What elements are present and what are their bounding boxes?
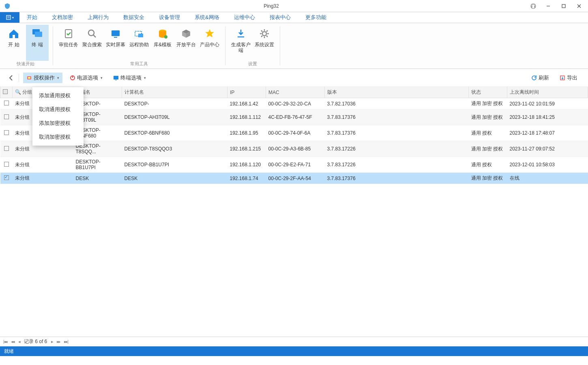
col-header-group-label: 分组 xyxy=(22,89,32,95)
cell-status: 通用 加密 授权 xyxy=(469,141,507,157)
terminal-opts-label: 终端选项 xyxy=(120,74,142,82)
pager-prev-page[interactable]: ◂◂ xyxy=(11,339,14,344)
ribbon-library-label: 库&模板 xyxy=(154,42,172,47)
file-icon xyxy=(6,15,11,20)
ribbon-remote-button[interactable]: 远程协助 xyxy=(128,25,150,61)
support-icon[interactable] xyxy=(530,2,537,10)
row-checkbox[interactable] xyxy=(4,162,9,167)
ribbon-open-platform-button[interactable]: 开放平台 xyxy=(175,25,197,61)
tab-device-mgmt[interactable]: 设备管理 xyxy=(152,12,187,23)
row-checkbox[interactable] xyxy=(4,175,9,180)
svg-rect-8 xyxy=(13,35,15,38)
tab-more[interactable]: 更多功能 xyxy=(298,12,334,23)
ribbon-product-center-button[interactable]: 产品中心 xyxy=(198,25,221,61)
row-checkbox[interactable] xyxy=(4,101,9,105)
tab-net-behavior[interactable]: 上网行为 xyxy=(80,12,116,23)
svg-line-27 xyxy=(266,36,268,37)
cell-ip: 192.168.1.74 xyxy=(227,173,266,184)
cell-mac: 00-0C-29-32-20-CA xyxy=(266,98,325,110)
cell-version: 3.7.83.17376 xyxy=(325,110,469,125)
window-title: Ping32 xyxy=(13,3,530,9)
ribbon-terminal-label: 终 端 xyxy=(32,42,43,47)
cell-mac: 4C-ED-FB-76-47-5F xyxy=(266,110,325,125)
auth-ops-label: 授权操作 xyxy=(34,74,55,82)
table-row[interactable]: 未分组DESKTOP-DESKTOP-192.168.1.4200-0C-29-… xyxy=(0,98,588,110)
ribbon-search-button[interactable]: 聚合搜索 xyxy=(81,25,103,61)
menu-add-general-auth[interactable]: 添加通用授权 xyxy=(32,89,84,103)
cell-version: 3.7.83.17226 xyxy=(325,141,469,157)
menu-cancel-general-auth[interactable]: 取消通用授权 xyxy=(32,103,84,116)
cell-version: 3.7.83.17226 xyxy=(325,157,469,173)
table-row[interactable]: 未分组DESKTOP-AH3T09LDESKTOP-AH3T09L192.168… xyxy=(0,110,588,125)
titlebar: Ping32 xyxy=(0,0,588,12)
ribbon-sys-settings-button[interactable]: 系统设置 xyxy=(253,25,276,61)
export-button[interactable]: 导出 xyxy=(556,73,581,83)
table-row[interactable]: 未分组DESKTOP-T8SQQ...DESKTOP-T8SQQO3192.16… xyxy=(0,141,588,157)
ribbon-library-button[interactable]: 库&模板 xyxy=(151,25,174,61)
svg-line-29 xyxy=(261,36,262,37)
file-menu-button[interactable]: ▾ xyxy=(0,12,19,23)
refresh-button[interactable]: 刷新 xyxy=(528,73,552,83)
cell-status: 通用 授权 xyxy=(469,157,507,173)
table-row[interactable]: 未分组DESKTOP-6BNF680DESKTOP-6BNF680192.168… xyxy=(0,125,588,141)
ribbon-realtime-label: 实时屏幕 xyxy=(106,42,125,47)
pager-first[interactable]: |◂◂ xyxy=(3,339,7,344)
refresh-icon xyxy=(531,75,537,81)
col-header-last-offline[interactable]: 上次离线时间 xyxy=(507,87,588,98)
col-header-status[interactable]: 状态 xyxy=(469,87,507,98)
col-header-computer-name[interactable]: 计算机名 xyxy=(122,87,227,98)
minimize-button[interactable] xyxy=(541,0,556,12)
tab-ops-center[interactable]: 运维中心 xyxy=(227,12,262,23)
svg-rect-2 xyxy=(562,4,565,8)
power-icon xyxy=(70,75,75,81)
menu-add-encrypt-auth[interactable]: 添加加密授权 xyxy=(32,116,84,130)
col-header-checkbox[interactable] xyxy=(0,87,13,98)
auth-ops-dropdown[interactable]: 授权操作 ▾ xyxy=(23,73,62,83)
col-header-mac[interactable]: MAC xyxy=(266,87,325,98)
menu-cancel-encrypt-auth[interactable]: 取消加密授权 xyxy=(32,130,84,144)
cell-status: 通用 授权 xyxy=(469,125,507,141)
arrow-left-icon xyxy=(7,74,15,82)
ribbon-realtime-button[interactable]: 实时屏幕 xyxy=(104,25,127,61)
pager-last[interactable]: ▸▸| xyxy=(64,339,68,344)
database-icon xyxy=(156,27,169,40)
cell-version: 3.7.83.17376 xyxy=(325,173,469,184)
ribbon-terminal-button[interactable]: 终 端 xyxy=(26,25,49,61)
tab-sys-net[interactable]: 系统&网络 xyxy=(187,12,227,23)
tab-doc-encrypt[interactable]: 文档加密 xyxy=(45,12,80,23)
pager-next[interactable]: ▸ xyxy=(51,339,53,344)
caret-down-icon: ▾ xyxy=(57,76,59,80)
terminal-opts-dropdown[interactable]: 终端选项 ▾ xyxy=(110,73,149,83)
ribbon-group-common-tools: 审批任务 聚合搜索 实时屏幕 远程协助 库&模板 开放平台 xyxy=(55,23,223,69)
back-button[interactable] xyxy=(7,74,15,82)
row-checkbox[interactable] xyxy=(4,114,9,119)
tab-start[interactable]: 开始 xyxy=(19,12,45,23)
pager-next-page[interactable]: ▸▸ xyxy=(57,339,60,344)
home-icon xyxy=(7,27,20,40)
ribbon-separator xyxy=(225,26,225,65)
col-header-ip[interactable]: IP xyxy=(227,87,266,98)
col-header-version[interactable]: 版本 xyxy=(325,87,469,98)
toolbar: 授权操作 ▾ 电源选项 ▾ 终端选项 ▾ 刷新 导出 xyxy=(0,69,588,87)
table-row[interactable]: 未分组DESKTOP-BB1U7PIDESKTOP-BB1U7PI192.168… xyxy=(0,157,588,173)
ribbon-home-button[interactable]: 开 始 xyxy=(2,25,25,61)
tab-data-security[interactable]: 数据安全 xyxy=(116,12,152,23)
ribbon-approval-button[interactable]: 审批任务 xyxy=(57,25,80,61)
row-checkbox[interactable] xyxy=(4,130,9,135)
terminal-small-icon xyxy=(113,75,119,81)
svg-rect-34 xyxy=(114,76,118,79)
cell-group: 未分组 xyxy=(13,157,73,173)
pager-prev[interactable]: ◂ xyxy=(18,339,20,344)
refresh-label: 刷新 xyxy=(539,74,549,82)
ribbon-gen-client-button[interactable]: 生成客户端 xyxy=(230,25,252,61)
power-opts-dropdown[interactable]: 电源选项 ▾ xyxy=(67,73,106,83)
row-checkbox[interactable] xyxy=(4,146,9,151)
table-header-row: 🔍 分组 终端名 计算机名 IP MAC 版本 状态 上次离线时间 xyxy=(0,87,588,98)
tab-report-center[interactable]: 报表中心 xyxy=(262,12,298,23)
close-button[interactable] xyxy=(572,0,586,12)
svg-rect-31 xyxy=(28,77,30,79)
cell-status: 通用 加密 授权 xyxy=(469,98,507,110)
cell-ip: 192.168.1.215 xyxy=(227,141,266,157)
table-row[interactable]: 未分组DESKDESK192.168.1.7400-0C-29-2F-AA-54… xyxy=(0,173,588,184)
maximize-button[interactable] xyxy=(556,0,571,12)
